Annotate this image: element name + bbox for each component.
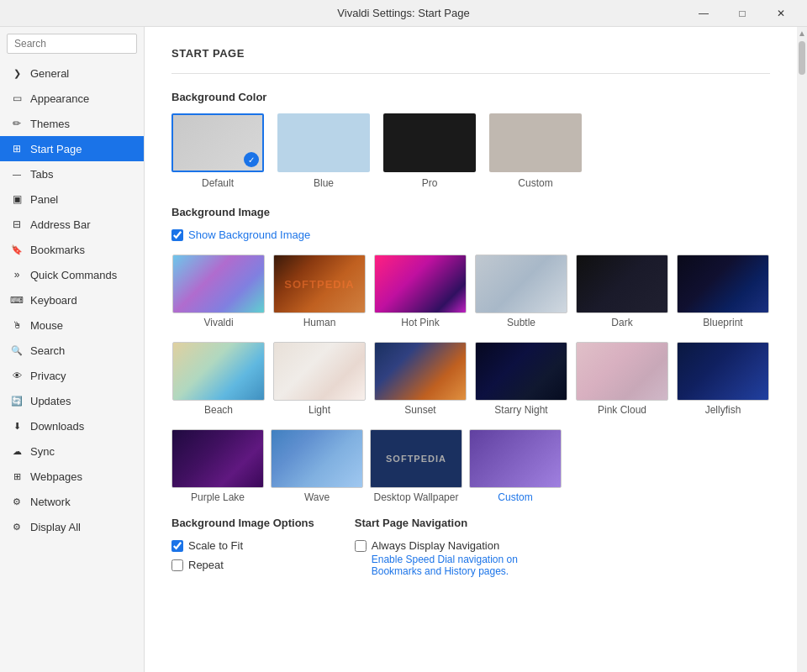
sync-icon: ☁ [10,444,24,458]
main-layout: ❯ General ▭ Appearance ✏ Themes ⊞ Start … [0,27,807,672]
img-label-subtle: Subtle [507,317,535,328]
always-display-nav-option[interactable]: Always Display Navigation Enable Speed D… [355,539,518,577]
repeat-option[interactable]: Repeat [171,559,314,571]
show-bg-image-checkbox-row[interactable]: Show Background Image [171,228,770,241]
close-button[interactable]: ✕ [762,0,800,27]
color-swatch-custom-box [489,113,582,172]
sidebar-item-updates[interactable]: 🔄 Updates [0,388,144,413]
img-thumb-jellyfish [677,342,769,401]
sidebar-item-tabs[interactable]: — Tabs [0,161,144,186]
repeat-checkbox[interactable] [171,559,183,571]
sidebar-item-search[interactable]: 🔍 Search [0,338,144,363]
bookmarks-icon: 🔖 [10,243,24,256]
sidebar-item-panel[interactable]: ▣ Panel [0,186,144,212]
img-item-starrynight[interactable]: Starry Night [474,342,568,416]
always-display-nav-checkbox[interactable] [355,540,367,552]
sidebar-item-keyboard[interactable]: ⌨ Keyboard [0,287,144,312]
sidebar-item-label: Quick Commands [30,269,117,281]
addressbar-icon: ⊟ [10,218,24,231]
img-item-human[interactable]: SOFTPEDIA Human [272,255,367,328]
img-item-purplelake[interactable]: Purple Lake [171,429,264,503]
image-grid-row1: Vivaldi SOFTPEDIA Human Hot Pink Subtle … [171,255,770,328]
img-item-wave[interactable]: Wave [271,429,363,503]
sidebar-item-sync[interactable]: ☁ Sync [0,438,144,464]
img-label-human: Human [303,317,336,328]
img-thumb-pinkcloud [576,342,668,401]
img-item-desktop[interactable]: SOFTPEDIA Desktop Wallpaper [370,429,462,503]
sidebar-item-general[interactable]: ❯ General [0,60,144,86]
search-icon: 🔍 [10,344,24,357]
privacy-icon: 👁 [10,369,24,382]
always-display-nav-sub: Enable Speed Dial navigation onBookmarks… [372,554,518,577]
maximize-button[interactable]: □ [723,0,762,27]
downloads-icon: ⬇ [10,419,24,433]
scale-to-fit-option[interactable]: Scale to Fit [171,539,314,552]
sidebar-item-label: Updates [30,395,71,407]
color-swatch-default[interactable]: ✓ Default [171,113,264,189]
img-item-sunset[interactable]: Sunset [373,342,467,416]
img-label-light: Light [309,404,330,416]
repeat-label: Repeat [188,559,224,571]
sidebar-item-label: Mouse [30,319,63,332]
sidebar-item-webpages[interactable]: ⊞ Webpages [0,464,144,489]
sidebar-item-label: Start Page [30,143,82,155]
img-label-custom2: Custom [498,491,532,503]
img-item-beach[interactable]: Beach [171,342,266,416]
image-grid-row2: Beach Light Sunset Starry Night Pink Clo… [171,342,770,416]
sidebar-item-network[interactable]: ⚙ Network [0,489,144,514]
img-item-pinkcloud[interactable]: Pink Cloud [575,342,669,416]
sidebar-item-addressbar[interactable]: ⊟ Address Bar [0,212,144,237]
img-item-light[interactable]: Light [272,342,367,416]
sidebar-item-quickcommands[interactable]: » Quick Commands [0,262,144,287]
img-thumb-desktop: SOFTPEDIA [370,429,462,488]
sidebar-item-downloads[interactable]: ⬇ Downloads [0,413,144,438]
search-input[interactable] [7,34,137,54]
sidebar-item-label: Webpages [30,470,82,483]
scroll-up-arrow[interactable]: ▲ [798,29,806,38]
img-item-dark[interactable]: Dark [575,255,669,328]
sidebar-item-privacy[interactable]: 👁 Privacy [0,363,144,388]
minimize-button[interactable]: — [684,0,723,27]
themes-icon: ✏ [10,117,24,130]
start-page-nav-title: Start Page Navigation [355,517,518,529]
sidebar-item-appearance[interactable]: ▭ Appearance [0,86,144,111]
img-item-blueprint[interactable]: Blueprint [676,255,770,328]
updates-icon: 🔄 [10,394,24,407]
color-swatch-custom[interactable]: Custom [489,113,582,189]
sidebar-item-themes[interactable]: ✏ Themes [0,111,144,136]
img-label-hotpink: Hot Pink [401,317,439,328]
img-thumb-human: SOFTPEDIA [273,255,366,313]
scrollbar[interactable]: ▲ [797,27,807,672]
scrollbar-thumb[interactable] [799,41,805,75]
img-item-vivaldi[interactable]: Vivaldi [171,255,266,328]
sidebar-item-label: General [30,67,69,80]
quickcommands-icon: » [10,268,24,281]
color-label-default: Default [202,177,234,189]
img-label-dark: Dark [611,317,632,328]
title-bar: Vivaldi Settings: Start Page — □ ✕ [0,0,807,27]
img-thumb-dark [576,255,668,313]
img-item-custom2[interactable]: Custom [469,429,562,503]
start-page-nav-col: Start Page Navigation Always Display Nav… [355,517,518,577]
img-thumb-purplelake [171,429,264,488]
img-thumb-light [273,342,366,401]
scale-to-fit-checkbox[interactable] [171,540,183,552]
sidebar-item-startpage[interactable]: ⊞ Start Page [0,136,144,161]
color-swatch-pro[interactable]: Pro [383,113,476,189]
sidebar-item-label: Display All [30,521,81,533]
image-grid-row3: Purple Lake Wave SOFTPEDIA Desktop Wallp… [171,429,770,503]
img-thumb-hotpink [374,255,467,313]
sidebar-item-mouse[interactable]: 🖱 Mouse [0,312,144,338]
sidebar-item-label: Address Bar [30,218,91,231]
sidebar-item-label: Tabs [30,168,53,181]
img-item-subtle[interactable]: Subtle [474,255,568,328]
sidebar-item-label: Network [30,496,71,508]
sidebar-item-displayall[interactable]: ⚙ Display All [0,514,144,539]
img-label-sunset: Sunset [404,404,435,416]
img-item-jellyfish[interactable]: Jellyfish [676,342,770,416]
show-bg-image-checkbox[interactable] [171,229,183,241]
sidebar-item-bookmarks[interactable]: 🔖 Bookmarks [0,237,144,262]
color-swatch-blue[interactable]: Blue [277,113,370,189]
sidebar-item-label: Panel [30,193,58,206]
img-item-hotpink[interactable]: Hot Pink [373,255,467,328]
